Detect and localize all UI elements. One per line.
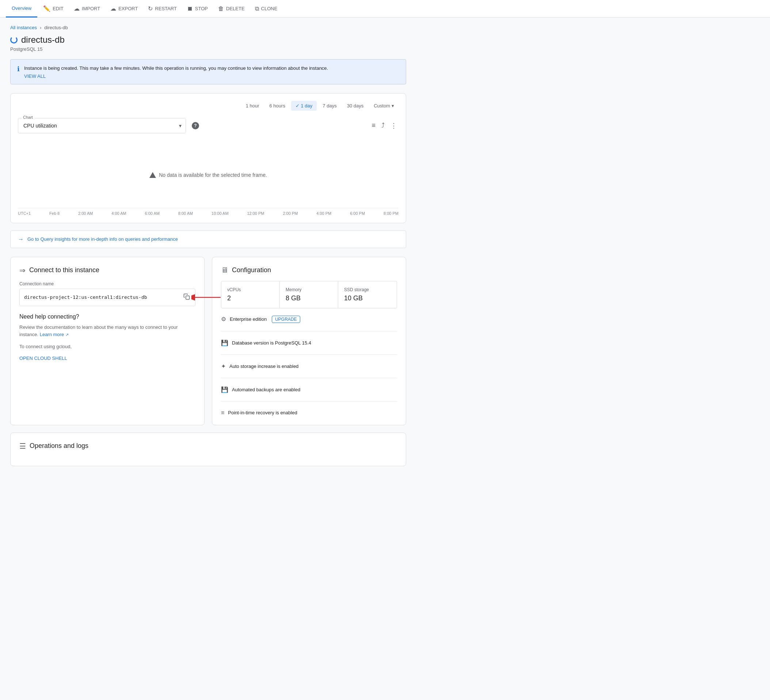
help-text: Review the documentation to learn about … — [19, 324, 196, 339]
time-1h[interactable]: 1 hour — [241, 101, 264, 111]
divider-1 — [221, 354, 397, 355]
restart-icon: ↻ — [148, 5, 153, 12]
divider-3 — [221, 401, 397, 402]
config-items: ⚙ Enterprise edition UPGRADE 💾 Database … — [221, 316, 397, 416]
connection-name-label: Connection name — [19, 281, 196, 287]
ops-header: ☰ Operations and logs — [19, 442, 397, 450]
time-7d[interactable]: 7 days — [318, 101, 341, 111]
memory-value: 8 GB — [286, 295, 332, 302]
tab-overview[interactable]: Overview — [6, 0, 37, 18]
metric-vcpus: vCPUs 2 — [222, 281, 280, 308]
info-banner: ℹ Instance is being created. This may ta… — [10, 59, 406, 84]
gcloud-text: To connect using gcloud, — [19, 343, 196, 351]
query-insights-text: Go to Query insights for more in-depth i… — [28, 237, 178, 242]
learn-more-link[interactable]: Learn more ↗ — [40, 332, 69, 337]
connection-name-value: directus-project-12:us-central1:directus… — [24, 295, 179, 300]
help-title: Need help connecting? — [19, 313, 196, 320]
instance-header: directus-db — [10, 35, 406, 45]
x-label-7: 12:00 PM — [247, 211, 264, 216]
x-label-6: 10:00 AM — [212, 211, 228, 216]
chart-select[interactable]: CPU utilization — [18, 118, 186, 133]
chart-line-icon[interactable]: ⤴ — [380, 120, 386, 131]
svg-rect-0 — [186, 296, 189, 299]
edit-icon: ✏️ — [43, 5, 50, 12]
time-30d[interactable]: 30 days — [343, 101, 368, 111]
breadcrumb-separator: › — [40, 25, 41, 30]
backups-icon: 💾 — [221, 386, 228, 393]
open-cloud-shell-link[interactable]: OPEN CLOUD SHELL — [19, 355, 67, 361]
chart-label: Chart — [21, 115, 34, 120]
chart-card: 1 hour 6 hours ✓ 1 day 7 days 30 days Cu… — [10, 93, 406, 223]
breadcrumb-current: directus-db — [44, 25, 68, 30]
auto-storage-icon: ✦ — [221, 363, 226, 370]
breadcrumb-parent-link[interactable]: All instances — [10, 25, 37, 30]
config-header: 🖥 Configuration — [221, 266, 397, 274]
backups-text: Automated backups are enabled — [232, 387, 300, 392]
vcpus-value: 2 — [227, 295, 273, 302]
metric-memory: Memory 8 GB — [280, 281, 338, 308]
arrow-right-icon: → — [18, 236, 24, 243]
db-version-text: Database version is PostgreSQL 15.4 — [232, 340, 311, 346]
auto-storage-text: Auto storage increase is enabled — [230, 363, 298, 369]
config-item-4: ≡ Point-in-time recovery is enabled — [221, 410, 397, 416]
stop-icon: ⏹ — [187, 5, 193, 12]
btn-clone[interactable]: ⧉ CLONE — [251, 0, 282, 18]
btn-export[interactable]: ☁ EXPORT — [106, 0, 142, 18]
vcpus-label: vCPUs — [227, 287, 273, 292]
clone-icon: ⧉ — [255, 5, 259, 12]
config-item-1: 💾 Database version is PostgreSQL 15.4 — [221, 339, 397, 346]
upgrade-button[interactable]: UPGRADE — [272, 316, 300, 323]
external-link-icon: ↗ — [65, 332, 69, 337]
warning-icon — [149, 172, 156, 178]
btn-restart[interactable]: ↻ RESTART — [144, 0, 181, 18]
connect-icon: ⇒ — [19, 266, 26, 275]
enterprise-text: Enterprise edition — [230, 316, 267, 322]
btn-edit[interactable]: ✏️ EDIT — [39, 0, 68, 18]
chart-legend-icon[interactable]: ≡ — [370, 120, 377, 131]
chart-controls-row: Chart CPU utilization ▾ ? ≡ ⤴ ⋮ — [18, 118, 398, 133]
btn-stop[interactable]: ⏹ STOP — [183, 0, 212, 18]
config-metrics: vCPUs 2 Memory 8 GB SSD storage 10 GB — [221, 281, 397, 308]
breadcrumb: All instances › directus-db — [10, 25, 406, 30]
x-label-3: 4:00 AM — [112, 211, 126, 216]
divider-2 — [221, 378, 397, 378]
metric-storage: SSD storage 10 GB — [338, 281, 397, 308]
connection-name-row: directus-project-12:us-central1:directus… — [19, 288, 196, 306]
chart-area: No data is available for the selected ti… — [18, 142, 398, 208]
pitr-icon: ≡ — [221, 410, 224, 416]
top-bar: Overview ✏️ EDIT ☁ IMPORT ☁ EXPORT ↻ RES… — [0, 0, 770, 18]
chart-help-icon[interactable]: ? — [192, 122, 199, 129]
no-data-message: No data is available for the selected ti… — [149, 172, 267, 178]
time-1d[interactable]: ✓ 1 day — [291, 101, 317, 111]
ops-icon: ☰ — [19, 442, 26, 450]
chart-x-axis: UTC+1 Feb 8 2:00 AM 4:00 AM 6:00 AM 8:00… — [18, 208, 398, 216]
x-label-0: UTC+1 — [18, 211, 31, 216]
query-insights-bar[interactable]: → Go to Query insights for more in-depth… — [10, 230, 406, 248]
instance-subtitle: PostgreSQL 15 — [10, 46, 406, 52]
info-icon: ℹ — [17, 65, 20, 73]
two-col-section: ⇒ Connect to this instance Connection na… — [10, 257, 406, 425]
btn-import[interactable]: ☁ IMPORT — [70, 0, 105, 18]
x-label-5: 8:00 AM — [178, 211, 193, 216]
storage-label: SSD storage — [344, 287, 391, 292]
x-label-11: 8:00 PM — [383, 211, 398, 216]
config-title: Configuration — [232, 266, 271, 274]
x-label-1: Feb 8 — [49, 211, 60, 216]
view-all-link[interactable]: VIEW ALL — [24, 73, 328, 79]
database-icon: 💾 — [221, 339, 228, 346]
x-label-2: 2:00 AM — [78, 211, 93, 216]
time-6h[interactable]: 6 hours — [265, 101, 290, 111]
chevron-down-icon: ▾ — [391, 103, 394, 109]
time-custom[interactable]: Custom ▾ — [369, 101, 398, 111]
ops-card: ☰ Operations and logs — [10, 433, 406, 466]
connect-title: Connect to this instance — [29, 266, 99, 274]
x-label-8: 2:00 PM — [283, 211, 298, 216]
import-icon: ☁ — [74, 5, 79, 12]
chart-more-icon[interactable]: ⋮ — [389, 120, 398, 131]
config-item-0: ⚙ Enterprise edition UPGRADE — [221, 316, 397, 323]
btn-delete[interactable]: 🗑 DELETE — [214, 0, 249, 18]
copy-button[interactable] — [183, 293, 191, 302]
divider-0 — [221, 331, 397, 331]
main-content: All instances › directus-db directus-db … — [0, 18, 416, 473]
export-icon: ☁ — [110, 5, 116, 12]
